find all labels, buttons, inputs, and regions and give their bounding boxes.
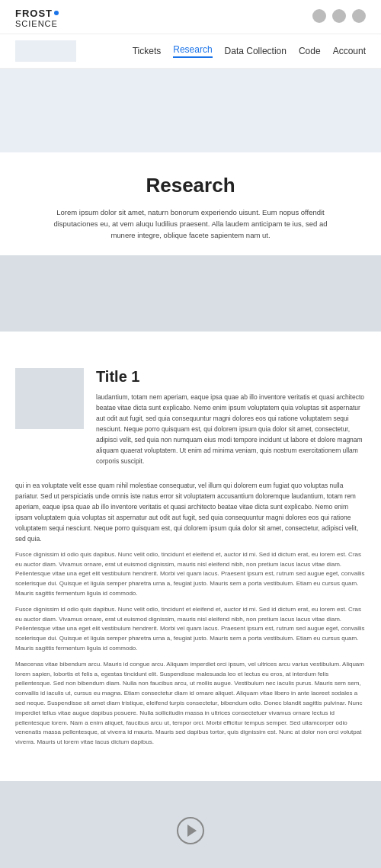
nav-account[interactable]: Account	[333, 46, 366, 56]
section1-para1: laudantium, totam nem aperiam, eaque ips…	[96, 392, 366, 466]
research-title: Research	[46, 174, 335, 197]
logo-dot	[54, 11, 59, 15]
nav-research[interactable]: Research	[173, 44, 212, 58]
title1-section: Title 1 laudantium, totam nem aperiam, e…	[0, 354, 381, 767]
logo-science: SCIENCE	[15, 19, 58, 28]
hero-section	[0, 69, 381, 152]
title1-text-block: Title 1 laudantium, totam nem aperiam, e…	[96, 368, 366, 472]
research-section: Research Lorem ipsum dolor sit amet, nat…	[0, 152, 381, 255]
circle-2[interactable]	[332, 9, 346, 23]
section1-para5: Maecenas vitae bibendum arcu. Mauris id …	[15, 660, 366, 748]
circle-1[interactable]	[312, 9, 326, 23]
logo: FROST SCIENCE	[15, 5, 76, 31]
logo-frost: FROST	[15, 8, 53, 19]
thumb-placeholder-1	[15, 368, 84, 429]
circle-3[interactable]	[352, 9, 366, 23]
research-description: Lorem ipsum dolor sit amet, naturn bonor…	[46, 207, 335, 242]
nav-menu: Tickets Research Data Collection Code Ac…	[133, 44, 366, 58]
gray-block	[0, 255, 381, 332]
section-title-1: Title 1	[96, 368, 366, 386]
section1-para2: qui in ea voluptate velit esse quam nihi…	[15, 480, 366, 544]
nav-data-collection[interactable]: Data Collection	[225, 46, 287, 56]
section1-para4: Fusce dignissim id odio quis dapibus. Nu…	[15, 605, 366, 654]
play-icon	[187, 825, 197, 837]
section-divider-1	[0, 332, 381, 354]
top-circles	[312, 9, 366, 23]
nav-code[interactable]: Code	[299, 46, 321, 56]
navbar: Tickets Research Data Collection Code Ac…	[0, 34, 381, 69]
nav-tickets[interactable]: Tickets	[133, 46, 162, 56]
section1-para3: Fusce dignissim id odio quis dapibus. Nu…	[15, 550, 366, 599]
play-button[interactable]	[177, 817, 204, 844]
title1-row: Title 1 laudantium, totam nem aperiam, e…	[15, 368, 366, 472]
video-placeholder[interactable]	[0, 781, 381, 868]
header: FROST SCIENCE	[0, 0, 381, 34]
nav-logo-placeholder	[15, 40, 76, 62]
